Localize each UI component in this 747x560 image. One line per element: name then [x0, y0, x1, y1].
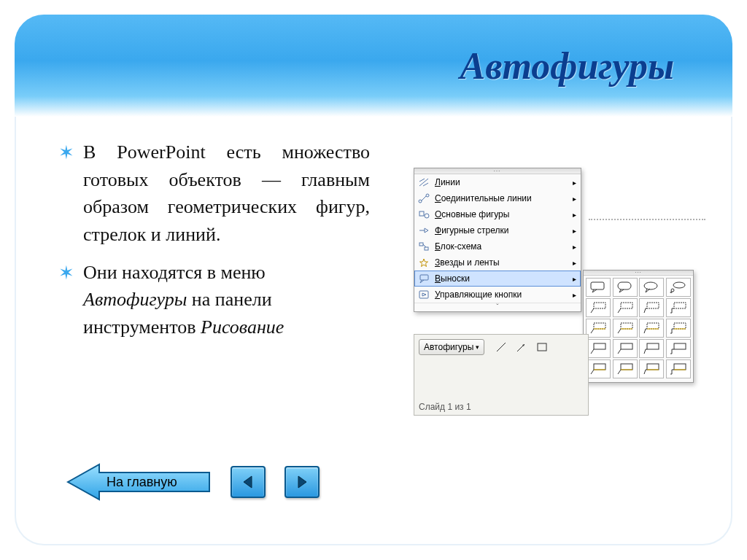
svg-rect-31	[674, 323, 686, 329]
callout-shape[interactable]	[666, 278, 691, 297]
slide-frame: Автофигуры ✶ В PowerPoint есть множество…	[15, 15, 732, 545]
callout-shape[interactable]	[639, 319, 664, 338]
next-slide-button[interactable]	[285, 466, 320, 498]
autoshapes-dropdown-button[interactable]: Автофигуры	[419, 339, 484, 355]
svg-rect-33	[594, 343, 605, 349]
callout-shape[interactable]	[666, 298, 691, 317]
callout-shape[interactable]	[639, 298, 664, 317]
svg-rect-22	[647, 303, 659, 308]
title-band: Автофигуры	[15, 15, 732, 117]
menu-item-lines[interactable]: Линии▸	[414, 174, 581, 190]
svg-rect-35	[621, 343, 632, 349]
callouts-icon	[417, 273, 430, 284]
menu-item-basic[interactable]: Основные фигуры▸	[414, 206, 581, 222]
svg-rect-45	[674, 364, 686, 370]
submenu-arrow-icon: ▸	[573, 195, 576, 203]
svg-rect-29	[647, 323, 659, 329]
menu-item-arrows[interactable]: Фигурные стрелки▸	[414, 222, 581, 238]
toolbar-icons	[493, 339, 550, 355]
callout-shape[interactable]	[586, 319, 611, 338]
callout-shape[interactable]	[666, 339, 691, 358]
menu-item-label: Управляющие кнопки	[435, 289, 570, 300]
svg-rect-19	[594, 303, 605, 308]
menu-item-stars[interactable]: Звезды и ленты▸	[414, 254, 581, 271]
callout-shape[interactable]	[639, 359, 664, 378]
text-column: ✶ В PowerPoint есть множество готовых об…	[58, 139, 370, 351]
bullet-1: ✶ В PowerPoint есть множество готовых об…	[58, 139, 370, 249]
slide-counter: Слайд 1 из 1	[419, 402, 471, 412]
palette-grip-icon[interactable]	[584, 271, 693, 276]
svg-rect-14	[618, 282, 631, 289]
submenu-arrow-icon: ▸	[573, 179, 576, 187]
palette-grid	[584, 276, 693, 381]
callout-shape[interactable]	[613, 319, 638, 338]
arrow-tool-icon[interactable]	[514, 339, 530, 355]
menu-item-label: Соединительные линии	[435, 193, 570, 203]
svg-point-15	[644, 282, 657, 289]
menu-item-label: Блок-схема	[435, 241, 570, 252]
svg-line-10	[423, 244, 426, 247]
paragraph-1: В PowerPoint есть множество готовых объе…	[83, 139, 370, 249]
svg-rect-41	[621, 364, 632, 370]
p2-emph-drawing: Рисование	[201, 316, 284, 338]
flow-icon	[417, 241, 430, 252]
callout-shape[interactable]	[666, 359, 691, 378]
callout-shape[interactable]	[613, 359, 638, 378]
svg-point-16	[673, 282, 685, 288]
callout-shape[interactable]	[639, 339, 664, 358]
svg-rect-11	[420, 275, 428, 280]
submenu-arrow-icon: ▸	[573, 243, 576, 251]
menu-item-connectors[interactable]: Соединительные линии▸	[414, 190, 581, 206]
svg-point-7	[425, 214, 429, 218]
callout-shape[interactable]	[586, 298, 611, 317]
callout-shape[interactable]	[666, 319, 691, 338]
autoshapes-button-label: Автофигуры	[424, 342, 473, 352]
menu-item-action[interactable]: Управляющие кнопки▸	[414, 287, 581, 303]
p2-emph-autofigures: Автофигуры	[83, 289, 187, 310]
svg-point-18	[670, 292, 672, 293]
submenu-arrow-icon: ▸	[573, 275, 576, 283]
rectangle-tool-icon[interactable]	[534, 339, 550, 355]
submenu-arrow-icon: ▸	[573, 259, 576, 267]
svg-point-3	[419, 200, 422, 203]
callouts-palette	[583, 270, 694, 383]
menu-item-callouts[interactable]: Выноски▸	[414, 271, 581, 287]
arrows-icon	[417, 225, 430, 236]
svg-line-47	[497, 343, 506, 351]
callout-shape[interactable]	[613, 298, 638, 317]
svg-line-34	[591, 349, 594, 354]
lines-icon	[417, 176, 430, 188]
line-tool-icon[interactable]	[493, 339, 509, 355]
svg-point-4	[426, 194, 429, 197]
callout-shape[interactable]	[586, 359, 611, 378]
nav-area: На главную	[66, 462, 320, 502]
menu-item-flow[interactable]: Блок-схема▸	[414, 238, 581, 254]
callout-shape[interactable]	[613, 339, 638, 358]
home-arrow-button[interactable]: На главную	[66, 462, 212, 502]
callout-shape[interactable]	[639, 278, 664, 297]
svg-line-5	[422, 196, 426, 201]
svg-rect-36	[647, 343, 659, 349]
menu-expand-chevron-icon[interactable]: ˇ	[414, 303, 581, 311]
screenshot-column: Линии▸Соединительные линии▸Основные фигу…	[370, 139, 703, 351]
prev-slide-button[interactable]	[231, 466, 266, 498]
svg-line-1	[419, 179, 425, 182]
slide-title: Автофигуры	[460, 44, 675, 88]
svg-rect-13	[591, 282, 604, 289]
bullet-2: ✶ Они находятся в меню Автофигуры на пан…	[58, 259, 370, 341]
callout-shape[interactable]	[586, 278, 611, 297]
connectors-icon	[417, 192, 430, 204]
bullet-marker-icon: ✶	[58, 143, 74, 162]
callout-shape[interactable]	[613, 278, 638, 297]
powerpoint-screenshot: Линии▸Соединительные линии▸Основные фигу…	[414, 168, 705, 416]
bullet-marker-icon: ✶	[58, 263, 74, 282]
home-arrow-label: На главную	[107, 475, 177, 490]
submenu-arrow-icon: ▸	[573, 291, 576, 299]
drawing-toolbar: Автофигуры Слайд 1 из 1	[414, 334, 589, 416]
svg-line-0	[419, 179, 428, 186]
menu-grip-icon[interactable]	[414, 168, 581, 174]
submenu-arrow-icon: ▸	[573, 211, 576, 219]
svg-rect-6	[419, 211, 424, 216]
callout-shape[interactable]	[586, 339, 611, 358]
svg-line-40	[591, 370, 594, 374]
